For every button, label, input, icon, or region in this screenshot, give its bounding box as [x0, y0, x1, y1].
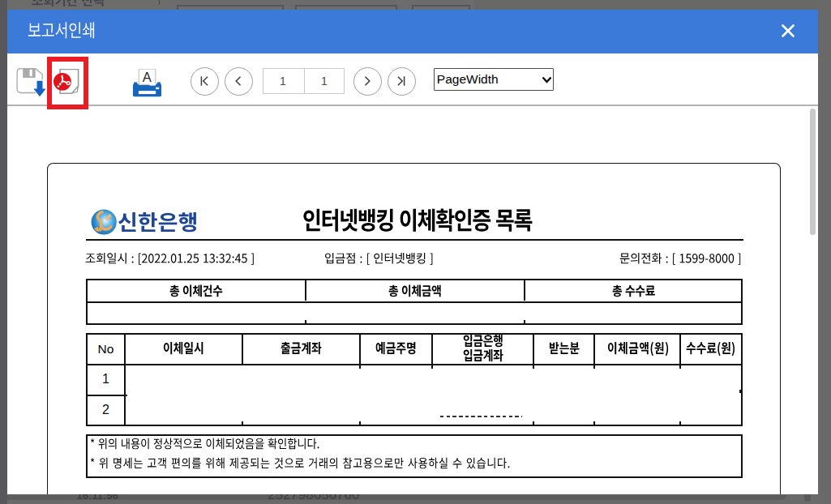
- svg-text:A: A: [143, 70, 152, 84]
